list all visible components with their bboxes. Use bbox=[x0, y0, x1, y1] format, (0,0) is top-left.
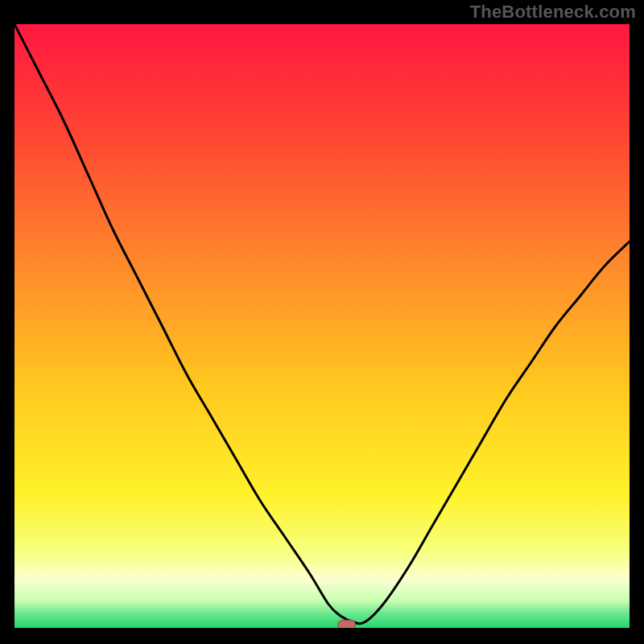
chart-svg bbox=[14, 24, 630, 628]
watermark-text: TheBottleneck.com bbox=[470, 2, 636, 23]
chart-frame: TheBottleneck.com bbox=[0, 0, 644, 644]
optimal-point-marker bbox=[338, 620, 356, 628]
gradient-background bbox=[14, 24, 630, 628]
bottleneck-chart bbox=[14, 24, 630, 628]
